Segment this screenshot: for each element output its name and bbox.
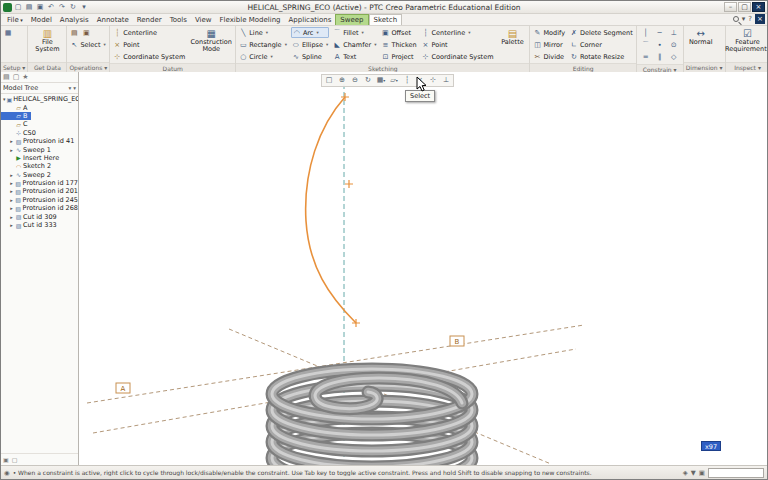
delete-segment-button[interactable]: ✗ Delete Segment: [569, 27, 634, 38]
new-file-icon[interactable]: ▢: [13, 2, 23, 12]
setup-tools-button[interactable]: ▦: [3, 27, 13, 38]
notification-icon[interactable]: ◈: [683, 469, 688, 477]
coordinate-system-sketch-button[interactable]: ⊹ Coordinate System: [421, 51, 495, 62]
tree-item-protrusion-245[interactable]: ▸ ▧ Protrusion id 245: [1, 196, 78, 204]
menu-tab-model[interactable]: Model: [27, 15, 56, 25]
menu-tab-view[interactable]: View: [191, 15, 216, 25]
qat-dropdown-icon[interactable]: ▾: [79, 2, 89, 12]
tree-item-protrusion-177[interactable]: ▸ ▧ Protrusion id 177: [1, 179, 78, 187]
menu-tab-flexible-modeling[interactable]: Flexible Modeling: [216, 15, 285, 25]
datum-display-button[interactable]: ▱: [388, 75, 400, 86]
mirror-button[interactable]: ◫ Mirror: [532, 39, 566, 50]
constraint-tangent-button[interactable]: ⌒: [639, 39, 653, 51]
menu-tab-sketch[interactable]: Sketch: [369, 14, 403, 25]
close-button[interactable]: ×: [752, 2, 765, 12]
project-button[interactable]: ⊡ Project: [380, 51, 417, 62]
sketch-trajectory-curve[interactable]: [306, 97, 356, 323]
point-sketch-button[interactable]: × Point: [421, 39, 495, 50]
zoom-in-button[interactable]: ⊕: [336, 75, 348, 86]
tree-item-cs0[interactable]: ⊹ CS0: [1, 129, 78, 137]
datum-plane-tag-b[interactable]: B: [450, 336, 464, 346]
constraint-perpendicular-button[interactable]: ⊥: [667, 27, 681, 39]
redo-icon[interactable]: ↷: [57, 2, 67, 12]
browser-toggle-icon[interactable]: ▢: [12, 456, 18, 463]
spring-model[interactable]: [272, 369, 472, 465]
filter-icon[interactable]: ▼: [691, 469, 696, 477]
offset-button[interactable]: ▣ Offset: [380, 27, 417, 38]
favorites-tab-icon[interactable]: ★: [22, 73, 28, 81]
tree-item-protrusion-201[interactable]: ▸ ▧ Protrusion id 201: [1, 187, 78, 195]
normal-dimension-button[interactable]: ↔ Normal: [686, 27, 716, 46]
expander-icon[interactable]: ▾: [3, 96, 6, 102]
divide-button[interactable]: ✂ Divide: [532, 51, 566, 62]
folder-browser-tab-icon[interactable]: ▢: [13, 73, 20, 81]
constraint-equal-button[interactable]: =: [639, 51, 653, 63]
model-tree-tab-icon[interactable]: ▤: [3, 73, 10, 81]
menu-tab-tools[interactable]: Tools: [166, 15, 191, 25]
search-dropdown-icon[interactable]: ▾: [742, 15, 746, 23]
point-datum-button[interactable]: × Point: [112, 39, 186, 50]
expander-icon[interactable]: ▸: [9, 172, 14, 178]
group-label-setup[interactable]: Setup ▾: [1, 62, 27, 72]
constraint-midpoint-button[interactable]: ∙: [653, 39, 667, 51]
chamfer-button[interactable]: ◣ Chamfer: [332, 39, 377, 50]
construction-mode-button[interactable]: ▦ Construction Mode: [189, 27, 233, 53]
save-file-icon[interactable]: ▣: [35, 2, 45, 12]
menu-tab-file[interactable]: File: [3, 15, 27, 25]
grid-icon[interactable]: ▣: [699, 469, 705, 477]
feature-requirements-button[interactable]: ☑ Feature Requirements: [728, 27, 767, 53]
tree-item-plane-a[interactable]: ▱ A: [1, 103, 78, 111]
navigator-toggle-icon[interactable]: ▣: [3, 456, 9, 463]
menu-tab-render[interactable]: Render: [133, 15, 166, 25]
rotate-resize-button[interactable]: ↻ Rotate Resize: [569, 51, 634, 62]
datum-plane-tag-a[interactable]: A: [116, 383, 130, 393]
close-document-icon[interactable]: ×: [755, 14, 765, 24]
help-icon[interactable]: ?: [748, 15, 752, 23]
minimize-button[interactable]: –: [724, 2, 737, 12]
expander-icon[interactable]: ▸: [9, 197, 14, 203]
expander-icon[interactable]: ▸: [9, 205, 14, 211]
tree-item-sweep-2[interactable]: ▸ ∿ Sweep 2: [1, 171, 78, 179]
menu-tab-analysis[interactable]: Analysis: [56, 15, 93, 25]
group-label-operations[interactable]: Operations ▾: [67, 62, 109, 72]
rectangle-button[interactable]: ▭ Rectangle: [238, 39, 288, 50]
constraint-symmetric-button[interactable]: ◇: [667, 51, 681, 63]
group-label-inspect[interactable]: Inspect ▾: [726, 62, 767, 72]
display-style-button[interactable]: ▦: [375, 75, 387, 86]
group-label-constrain[interactable]: Constrain ▾: [637, 64, 683, 72]
tree-item-sweep-1[interactable]: ▸ ∿ Sweep 1: [1, 145, 78, 153]
arc-button[interactable]: ◠ Arc: [291, 27, 329, 38]
plane-display-button[interactable]: ⊥: [440, 75, 452, 86]
expander-icon[interactable]: ▸: [9, 222, 14, 228]
palette-button[interactable]: ▤ Palette: [497, 27, 527, 46]
paste-button[interactable]: ▤: [69, 27, 79, 38]
thicken-button[interactable]: ≡ Thicken: [380, 39, 417, 50]
refit-button[interactable]: □: [323, 75, 335, 86]
tree-item-plane-c[interactable]: ▱ C: [1, 120, 78, 128]
text-button[interactable]: A Text: [332, 51, 377, 62]
ellipse-button[interactable]: ○ Ellipse: [291, 39, 329, 50]
open-file-icon[interactable]: ▤: [24, 2, 34, 12]
status-indicator-icon[interactable]: ◉: [4, 469, 10, 477]
menu-tab-annotate[interactable]: Annotate: [93, 15, 133, 25]
expander-icon[interactable]: ▸: [9, 180, 14, 186]
expander-icon[interactable]: ▸: [9, 147, 14, 153]
regenerate-icon[interactable]: ↻: [68, 2, 78, 12]
centerline-sketch-button[interactable]: ┆ Centerline: [421, 27, 495, 38]
centerline-datum-button[interactable]: ┆ Centerline: [112, 27, 186, 38]
corner-button[interactable]: ∟ Corner: [569, 39, 634, 50]
undo-icon[interactable]: ↶: [46, 2, 56, 12]
csys-display-button[interactable]: ⊹: [427, 75, 439, 86]
spline-button[interactable]: ∿ Spline: [291, 51, 329, 62]
menu-tab-applications[interactable]: Applications: [285, 15, 336, 25]
expander-icon[interactable]: ▸: [9, 188, 14, 194]
constraint-vertical-button[interactable]: │: [639, 27, 653, 39]
repaint-button[interactable]: ↻: [362, 75, 374, 86]
corner-badge[interactable]: x97: [701, 441, 721, 451]
maximize-button[interactable]: ▢: [738, 2, 751, 12]
selection-filter-box[interactable]: [708, 468, 764, 478]
zoom-out-button[interactable]: ⊖: [349, 75, 361, 86]
line-button[interactable]: ╲ Line: [238, 27, 288, 38]
tree-settings-dropdown-icon[interactable]: ▾: [73, 85, 76, 91]
tree-item-protrusion-41[interactable]: ▸ ▧ Protrusion id 41: [1, 137, 78, 145]
